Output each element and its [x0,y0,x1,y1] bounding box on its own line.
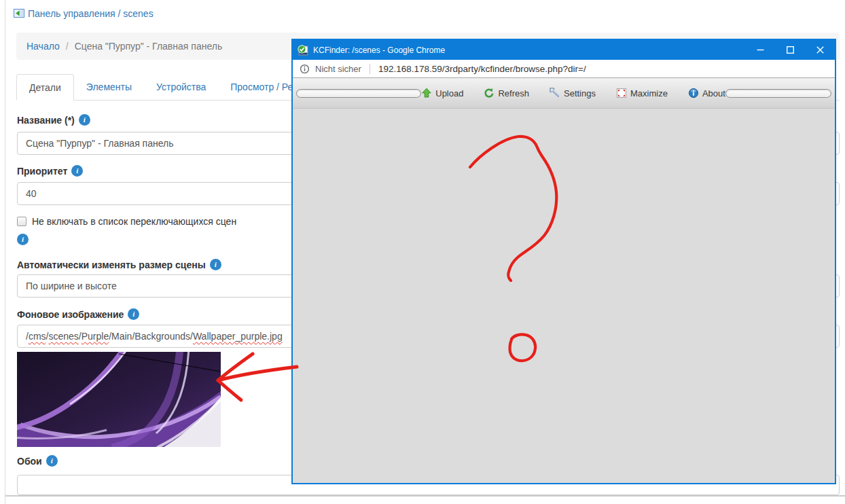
admin-header: Панель управления / scenes [14,8,154,19]
toolbar-right-bar [725,89,831,98]
about-button[interactable]: About [688,88,725,98]
maximize-window-icon [616,88,627,98]
kcfinder-file-area[interactable] [293,109,835,483]
background-field-label: Фоновое изображение [17,308,139,320]
minimize-button[interactable] [745,40,775,60]
close-icon [816,46,824,54]
page-info-icon[interactable] [300,64,310,74]
close-button[interactable] [805,40,835,60]
tab-elements[interactable]: Элементы [74,74,144,101]
path-segment-misspelled: scenes [48,331,78,342]
settings-icon [550,88,560,98]
info-icon[interactable] [71,165,83,177]
wallpaper-field-label: Обои [17,455,58,467]
priority-label-text: Приоритет [17,166,67,177]
arrow-lower-barb [218,380,241,400]
arrow-shaft [218,367,297,380]
name-field-label: Название (*) [17,114,90,126]
exclude-checkbox[interactable] [17,217,26,226]
panel-collapse-icon [14,8,24,19]
about-label: About [702,88,725,98]
kc-maximize-label: Maximize [630,88,668,98]
bottom-divider-rule [5,495,845,497]
upload-button[interactable]: Upload [421,88,463,98]
upload-icon [421,88,432,98]
breadcrumb-current: Сцена "Пурпур" - Главная панель [75,41,223,52]
window-controls [745,40,835,60]
refresh-icon [484,88,495,98]
breadcrumb-home-link[interactable]: Начало [26,41,60,52]
info-icon[interactable] [128,308,139,320]
info-icon[interactable] [17,234,29,245]
left-border-rule [5,0,5,504]
address-separator [370,64,370,74]
name-label-text: Название (*) [17,115,75,126]
path-segment-misspelled: Purple [82,331,109,342]
address-url[interactable]: 192.168.178.59/3rdparty/kcfinder/browse.… [378,64,586,74]
path-segment-misspelled: Wallpaper_purple.jpg [193,331,283,342]
priority-field-label: Приоритет [17,165,83,177]
minimize-icon [757,46,764,54]
toolbar-left-bar [296,89,421,98]
screen: Панель управления / scenes Начало / Сцен… [0,0,845,504]
window-title: KCFinder: /scenes - Google Chrome [313,46,740,55]
settings-button[interactable]: Settings [550,88,596,98]
maximize-icon [787,46,794,54]
kcfinder-toolbar: Upload Refresh Settings [293,78,835,109]
info-icon[interactable] [210,259,221,270]
background-label-text: Фоновое изображение [17,309,124,320]
control-panel-link[interactable]: Панель управления / scenes [28,8,154,19]
arrow-upper-barb [218,354,253,380]
breadcrumb-separator: / [66,41,69,52]
kcfinder-titlebar[interactable]: KCFinder: /scenes - Google Chrome [293,40,835,60]
path-segment-misspelled: cms [29,331,46,342]
address-bar[interactable]: Nicht sicher 192.168.178.59/3rdparty/kcf… [293,60,835,78]
maximize-button[interactable] [775,40,805,60]
about-icon [688,88,699,98]
kcfinder-window: KCFinder: /scenes - Google Chrome Nicht … [291,39,836,484]
settings-label: Settings [564,88,596,98]
tab-details[interactable]: Детали [16,74,74,101]
info-icon[interactable] [79,114,90,126]
tab-devices[interactable]: Устройства [144,74,218,101]
refresh-button[interactable]: Refresh [484,88,529,98]
kcfinder-app-icon [298,45,308,56]
kc-maximize-button[interactable]: Maximize [616,88,668,98]
refresh-label: Refresh [498,88,529,98]
exclude-checkbox-row: Не включать в список переключающихся сце… [17,216,236,227]
upload-label: Upload [435,88,463,98]
security-status-label[interactable]: Nicht sicher [315,64,361,74]
autoresize-field-label: Автоматически изменять размер сцены [17,259,221,270]
path-segment: /Main/Backgrounds/ [109,331,193,342]
wallpaper-label-text: Обои [17,456,42,467]
autoresize-label-text: Автоматически изменять размер сцены [17,259,206,270]
exclude-checkbox-label: Не включать в список переключающихся сце… [32,216,236,227]
wallpaper-thumbnail-image [17,352,221,447]
toolbar-buttons: Upload Refresh Settings [421,88,725,98]
tab-bar: Детали Элементы Устройства Просмотр / Ре… [16,74,310,101]
info-icon[interactable] [46,455,58,467]
